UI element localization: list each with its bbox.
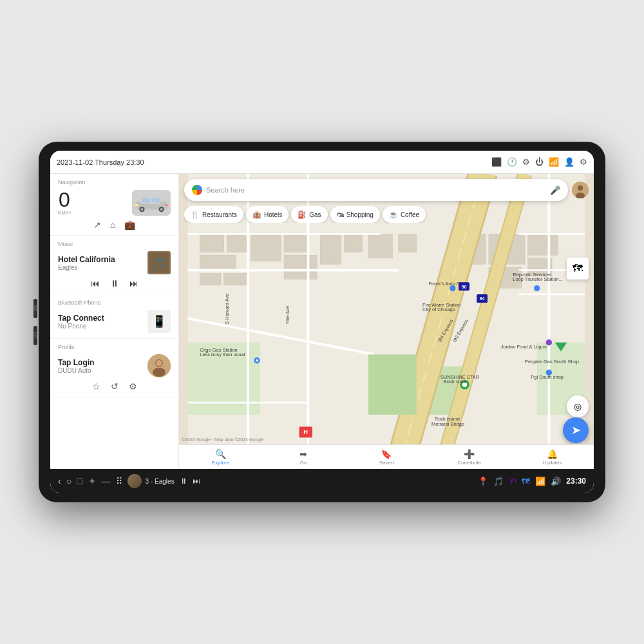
contribute-label: Contribute [457,460,481,466]
svg-rect-26 [251,234,281,261]
music-thumb-img: 🎵 [147,251,171,274]
screen: 2023-11-02 Thursday 23:30 ⬛ 🕐 ⚙ ⏻ 📶 👤 ⚙ … [50,151,594,493]
home-button[interactable]: ⌂ [110,220,115,230]
display-icon[interactable]: ⬛ [491,157,502,167]
gas-filter[interactable]: ⛽ Gas [291,206,327,223]
updates-tab[interactable]: 🔔 Updates [511,445,594,469]
yahoo-icon: Y! [509,477,516,486]
map-search-bar: Search here 🎤 [184,179,589,201]
navigate-button[interactable]: ↗ [93,220,101,230]
compass-button[interactable]: ◎ [567,395,589,417]
navigate-fab[interactable]: ➤ [563,417,589,443]
voice-search-button[interactable]: 🎤 [550,185,560,195]
power-icon[interactable]: ⏻ [535,157,544,167]
svg-text:Book store: Book store [444,379,467,384]
car-svg [134,193,169,213]
map-layers-button[interactable]: 🗺 [567,258,589,279]
clock-icon[interactable]: 🕐 [507,157,517,167]
top-bar: 2023-11-02 Thursday 23:30 ⬛ 🕐 ⚙ ⏻ 📶 👤 ⚙ [50,151,594,174]
user-avatar[interactable] [572,182,589,198]
search-placeholder: Search here [206,186,546,194]
shopping-filter[interactable]: 🛍 Shopping [330,206,380,223]
settings-circle-icon[interactable]: ⚙ [522,157,530,167]
svg-point-5 [140,208,143,211]
now-playing-track: 3 - Eagles [146,478,175,485]
saved-tab[interactable]: 🔖 Saved [345,445,428,469]
svg-rect-22 [227,234,248,252]
wifi-status-icon: 📶 [535,477,545,486]
profile-avatar [147,354,171,377]
apps-grid-button[interactable]: ⠿ [116,476,122,486]
search-box[interactable]: Search here 🎤 [184,179,568,201]
coffee-label: Coffee [401,211,419,218]
destination-button[interactable]: 💼 [124,220,135,230]
bottom-bar: ‹ ○ □ ＋ — ⠿ 3 - Eagles ⏸ ⏭ 📍 🎵 Y! 🗺 [50,469,594,493]
profile-name: Tap Login [58,358,142,367]
music-section: Music Hotel California Eagles 🎵 [50,236,178,294]
np-pause-button[interactable]: ⏸ [180,477,187,486]
add-button[interactable]: ＋ [88,475,97,487]
now-playing-controls: ⏸ ⏭ [180,477,200,486]
np-next-button[interactable]: ⏭ [193,477,200,486]
shopping-icon: 🛍 [337,211,344,218]
settings-button[interactable]: ⚙ [129,381,137,392]
bluetooth-info: Tap Connect No Phone [58,314,142,330]
home-circle-button[interactable]: ○ [66,476,71,486]
system-time: 23:30 [566,477,586,486]
prev-button[interactable]: ⏮ [91,278,100,289]
side-buttons: MIC RST [33,299,37,345]
svg-rect-21 [200,234,223,252]
svg-rect-30 [345,234,363,252]
hotels-filter[interactable]: 🏨 Hotels [246,206,289,223]
svg-text:Jordan Food & Liquor: Jordan Food & Liquor [501,344,547,350]
restaurants-icon: 🍴 [191,211,200,219]
user-icon[interactable]: 👤 [564,157,574,167]
svg-rect-31 [368,234,392,258]
svg-text:Less busy than usual: Less busy than usual [200,352,245,357]
next-button[interactable]: ⏭ [129,278,138,289]
explore-tab[interactable]: 🔍 Explore [179,445,262,469]
now-playing: 3 - Eagles [128,474,175,488]
coffee-filter[interactable]: ☕ Coffee [383,206,426,223]
music-disc-icon: 🎵 [493,477,504,486]
svg-rect-34 [528,234,558,255]
recent-button[interactable]: ↺ [111,381,118,392]
coffee-icon: ☕ [389,211,398,219]
go-icon: ➡ [299,449,307,459]
updates-label: Updates [543,460,562,466]
nav-actions: ↗ ⌂ 💼 [58,220,171,230]
svg-text:Yale Ave: Yale Ave [285,306,290,325]
maps-app-icon: 🗺 [522,477,530,486]
bluetooth-label: Bluetooth Phone [58,299,171,306]
car-image [132,190,171,216]
svg-point-16 [156,360,162,366]
main-content: Navigation 0 KM/H [50,174,594,469]
rst-button[interactable]: RST [33,326,37,345]
svg-rect-32 [399,234,417,252]
mic-button[interactable]: MIC [33,299,37,318]
svg-point-54 [256,359,258,362]
hotels-icon: 🏨 [252,211,261,219]
go-tab[interactable]: ➡ Go [262,445,345,469]
svg-rect-24 [200,273,221,285]
status-icons: 📍 🎵 Y! 🗺 📶 🔊 23:30 [478,477,586,486]
wifi-icon[interactable]: 📶 [549,157,559,167]
music-artist: Eagles [58,264,142,271]
gear-icon[interactable]: ⚙ [580,157,587,167]
svg-text:Loop Transfer Station...: Loop Transfer Station... [513,276,563,282]
restaurants-filter[interactable]: 🍴 Restaurants [184,206,243,223]
saved-icon: 🔖 [381,449,392,459]
back-button[interactable]: ‹ [58,476,61,486]
contribute-tab[interactable]: ➕ Contribute [428,445,511,469]
contribute-icon: ➕ [464,449,475,459]
map-bottom-nav: 🔍 Explore ➡ Go 🔖 Saved ➕ Contribute [179,444,594,469]
pause-button[interactable]: ⏸ [110,278,119,289]
map-copyright: ©2023 Google · Map data ©2023 Google [182,437,263,442]
map-area[interactable]: S Harvard Ave Yale Ave H [179,174,594,469]
updates-icon: 🔔 [547,449,558,459]
music-label: Music [58,241,171,247]
favorite-button[interactable]: ☆ [92,381,100,392]
car-display-device: MIC RST 2023-11-02 Thursday 23:30 ⬛ 🕐 ⚙ … [39,142,605,502]
recents-button[interactable]: □ [77,476,82,486]
minus-button[interactable]: — [102,476,111,486]
